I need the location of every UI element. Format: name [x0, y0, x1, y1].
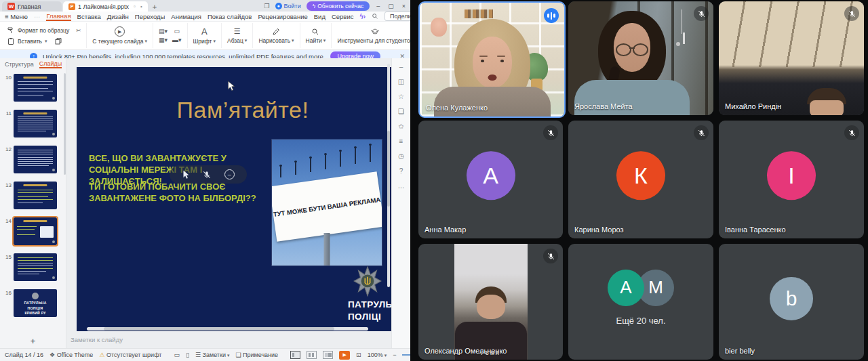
- rail-panels-icon[interactable]: [398, 79, 404, 85]
- layout-icon[interactable]: [172, 28, 182, 35]
- student-tools-button[interactable]: Инструменты для студентов: [332, 23, 410, 48]
- participant-tile-yaroslava[interactable]: Ярослава Мейта: [568, 1, 713, 115]
- rail-favorites-icon[interactable]: [398, 123, 403, 130]
- rail-settings-icon[interactable]: [399, 138, 403, 145]
- slide-number: 10: [3, 74, 12, 102]
- lightning-icon: [313, 3, 316, 9]
- menu-item-transitions[interactable]: Переходы: [135, 13, 165, 20]
- floating-controls-pill: [170, 165, 247, 184]
- new-slide-icon[interactable]: [159, 28, 167, 35]
- wps-home-tab[interactable]: W Главная: [2, 1, 62, 12]
- more-participants-tile[interactable]: А M Ещё 20 чел.: [568, 244, 713, 360]
- sb-page-icon[interactable]: [174, 352, 180, 358]
- participant-tile-karina[interactable]: К Карина Мороз: [568, 121, 713, 238]
- menu-button[interactable]: Меню: [5, 13, 28, 20]
- comment-toggle[interactable]: Примечание: [235, 352, 278, 358]
- participant-tile-anna[interactable]: А Анна Макар: [418, 121, 563, 238]
- menu-item-view[interactable]: Вид: [314, 13, 326, 20]
- slide-thumbnail-11[interactable]: [14, 110, 57, 137]
- search-icon[interactable]: [372, 13, 378, 20]
- participant-tile-oleksandr[interactable]: PUMA Олександр Омельченко: [418, 244, 563, 360]
- horizontal-scrollbar[interactable]: [87, 327, 368, 331]
- minimize-button[interactable]: [375, 3, 381, 9]
- slideshow-play-button[interactable]: [339, 351, 350, 360]
- add-slide-button[interactable]: [0, 336, 66, 346]
- table-icon[interactable]: [159, 37, 167, 43]
- draw-button[interactable]: Нарисовать: [253, 23, 300, 48]
- notes-placeholder[interactable]: Заметки к слайду: [71, 336, 123, 343]
- format-painter-button[interactable]: Формат по образцу: [7, 26, 81, 35]
- pointer-tool-icon[interactable]: [182, 170, 190, 179]
- paragraph-button[interactable]: Абзац: [222, 23, 253, 48]
- copy-icon[interactable]: [54, 37, 62, 45]
- slide-number: 13: [3, 182, 12, 209]
- fullscreen-icon[interactable]: [356, 352, 361, 358]
- vertical-scrollbar[interactable]: [387, 64, 390, 287]
- menu-item-review[interactable]: Рецензирование: [258, 13, 307, 20]
- rail-more-icon[interactable]: [398, 183, 405, 190]
- participant-tile-mykhailo[interactable]: Михайло Риндін: [719, 1, 864, 115]
- slide-thumbnail-15[interactable]: [14, 253, 57, 281]
- section-icon[interactable]: [172, 37, 182, 43]
- menu-item-insert[interactable]: Вставка: [77, 13, 101, 20]
- mic-off-icon[interactable]: [202, 170, 212, 179]
- rail-collapse-icon[interactable]: [399, 64, 403, 70]
- login-button[interactable]: ● Войти: [275, 3, 301, 9]
- close-button[interactable]: [401, 3, 407, 9]
- view-reading-button[interactable]: [323, 351, 333, 359]
- mic-off-icon: [694, 6, 709, 21]
- slide-paragraph-2: ТИ ГОТОВИЙ ПОБАЧИТИ СВОЄ ЗАВАНТАЖЕНЕ ФОТ…: [89, 181, 273, 204]
- file-tab[interactable]: P 1 Лайкоманія.pptx: [63, 1, 148, 12]
- zoom-out-button[interactable]: [393, 352, 396, 358]
- slide-thumbnail-10[interactable]: [14, 74, 57, 102]
- rail-help-icon[interactable]: [399, 168, 403, 175]
- panel-scrollbar[interactable]: [64, 73, 66, 175]
- menu-item-home[interactable]: Главная: [46, 12, 71, 21]
- slide-canvas[interactable]: Пам’ятайте! ВСЕ, ЩО ВИ ЗАВАНТАЖУЄТЕ У СО…: [66, 58, 391, 349]
- update-now-button[interactable]: Обновить сейчас: [307, 1, 370, 11]
- slide-thumbnail-14-selected[interactable]: [14, 217, 57, 245]
- participant-tile-bier-belly[interactable]: b bier belly: [719, 244, 864, 360]
- slide-thumbnail-12[interactable]: [14, 146, 57, 173]
- share-button[interactable]: Поделиться: [384, 12, 410, 21]
- zoom-level[interactable]: 100%: [368, 352, 387, 358]
- pin-tab-icon[interactable]: [134, 3, 136, 9]
- slide-14-editing-area[interactable]: Пам’ятайте! ВСЕ, ЩО ВИ ЗАВАНТАЖУЄТЕ У СО…: [77, 67, 391, 331]
- find-button[interactable]: Найти: [300, 23, 332, 48]
- participant-tile-olena[interactable]: Олена Кулаженко: [418, 1, 566, 118]
- window-tab-bar: W Главная P 1 Лайкоманія.pptx ● Войти Об…: [0, 0, 410, 12]
- share-label: Поделиться: [390, 13, 410, 20]
- restore-layout-icon[interactable]: [264, 3, 269, 9]
- tab-slides[interactable]: Слайды: [39, 60, 62, 68]
- file-tab-label: 1 Лайкоманія.pptx: [78, 3, 129, 10]
- menu-item-animation[interactable]: Анимация: [171, 13, 201, 20]
- participant-video: [420, 3, 564, 116]
- slide-thumbnail-13[interactable]: [14, 182, 57, 209]
- rail-history-icon[interactable]: [398, 153, 404, 160]
- new-tab-button[interactable]: [153, 3, 157, 11]
- slide-thumbnail-16[interactable]: ПАТРУЛЬНАПОЛІЦІЯКРИВИЙ РУ: [14, 289, 57, 317]
- menu-item-design[interactable]: Дизайн: [107, 13, 129, 20]
- menu-overflow-icon[interactable]: [34, 13, 41, 20]
- cut-icon[interactable]: [76, 27, 81, 34]
- participant-tile-ivanna[interactable]: І Іванна Тарасенко: [719, 121, 864, 238]
- sb-export-icon[interactable]: [186, 352, 189, 358]
- ai-assistant-icon[interactable]: [359, 13, 366, 20]
- rail-design-icon[interactable]: [398, 93, 404, 100]
- rail-comment-icon[interactable]: [398, 108, 404, 115]
- paste-button[interactable]: Вставить: [7, 37, 62, 45]
- theme-indicator[interactable]: Office Theme: [50, 352, 93, 358]
- mouse-cursor: [227, 81, 235, 94]
- notes-toggle[interactable]: Заметки: [195, 352, 229, 358]
- font-button[interactable]: A Шрифт: [188, 23, 222, 48]
- slideshow-from-current-button[interactable]: С текущего слайда: [87, 23, 153, 48]
- zoom-slider[interactable]: [402, 354, 410, 356]
- minimize-pill-icon[interactable]: [224, 169, 235, 179]
- tab-structure[interactable]: Структура: [5, 61, 34, 68]
- view-normal-button[interactable]: [290, 351, 300, 359]
- maximize-button[interactable]: [387, 3, 395, 9]
- menu-item-tools[interactable]: Сервис: [332, 13, 354, 20]
- view-sorter-button[interactable]: [307, 351, 317, 359]
- menu-item-slideshow[interactable]: Показ слайдов: [208, 13, 252, 20]
- missing-font-warning[interactable]: Отсутствует шрифт: [99, 352, 161, 358]
